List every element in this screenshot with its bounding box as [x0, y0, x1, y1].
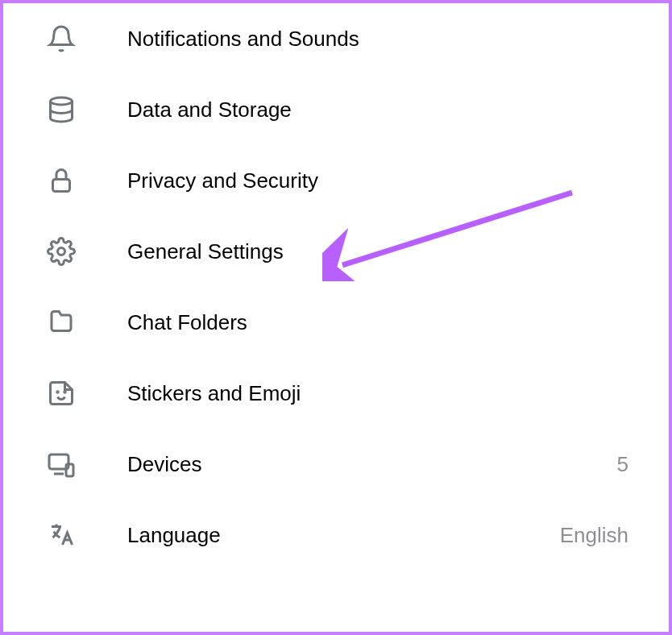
svg-point-4	[64, 392, 66, 393]
settings-item-label: Data and Storage	[127, 98, 628, 122]
settings-item-language[interactable]: Language English	[3, 500, 669, 571]
database-icon	[45, 93, 77, 126]
svg-point-2	[58, 248, 65, 255]
settings-item-value: English	[560, 523, 628, 548]
settings-item-label: Chat Folders	[127, 310, 628, 335]
svg-point-0	[51, 98, 73, 105]
svg-point-3	[57, 392, 59, 393]
settings-menu-list: Notifications and Sounds Data and Storag…	[3, 3, 669, 571]
folder-icon	[45, 306, 77, 338]
settings-item-stickers-emoji[interactable]: Stickers and Emoji	[3, 358, 669, 429]
settings-item-notifications[interactable]: Notifications and Sounds	[3, 3, 669, 74]
settings-item-general-settings[interactable]: General Settings	[3, 216, 669, 287]
settings-item-label: General Settings	[127, 239, 628, 264]
settings-item-label: Language	[127, 523, 560, 548]
settings-item-data-storage[interactable]: Data and Storage	[3, 74, 669, 145]
settings-item-label: Devices	[127, 452, 617, 477]
devices-icon	[45, 448, 77, 480]
settings-item-label: Privacy and Security	[127, 168, 628, 193]
sticker-icon	[45, 377, 77, 409]
settings-item-privacy-security[interactable]: Privacy and Security	[3, 145, 669, 216]
language-icon	[45, 519, 77, 551]
settings-item-value: 5	[617, 452, 628, 477]
lock-icon	[45, 164, 77, 197]
settings-item-label: Notifications and Sounds	[127, 27, 628, 52]
bell-icon	[45, 23, 77, 55]
svg-rect-1	[53, 180, 70, 192]
settings-item-devices[interactable]: Devices 5	[3, 429, 669, 500]
gear-icon	[45, 235, 77, 268]
settings-item-label: Stickers and Emoji	[127, 381, 628, 406]
settings-item-chat-folders[interactable]: Chat Folders	[3, 287, 669, 358]
